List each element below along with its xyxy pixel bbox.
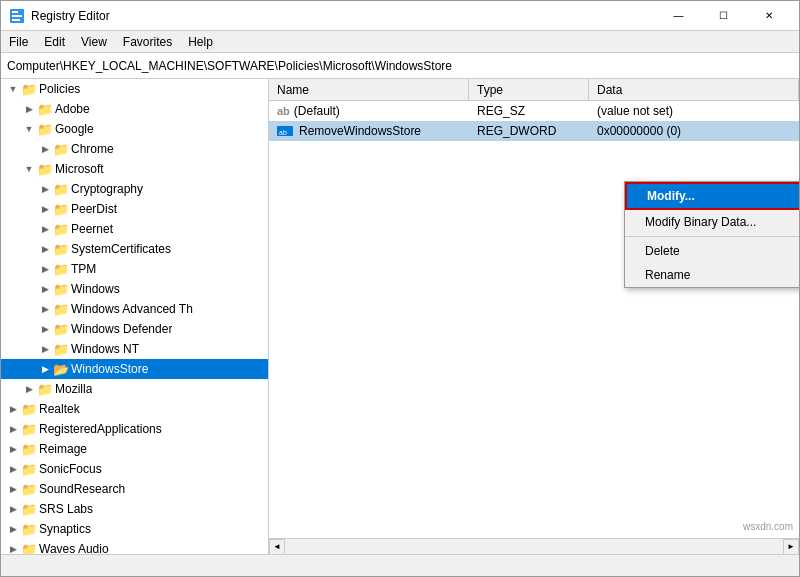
tree-label: Mozilla [55,382,92,396]
col-header-type[interactable]: Type [469,79,589,100]
registry-icon [9,8,25,24]
tree-label: SystemCertificates [71,242,171,256]
data-rows: ab (Default) REG_SZ (value not set) ab R… [269,101,799,538]
tree-item-sonicfocus[interactable]: ▶ 📁 SonicFocus [1,459,268,479]
address-bar: Computer\HKEY_LOCAL_MACHINE\SOFTWARE\Pol… [1,53,799,79]
tree-label: Peernet [71,222,113,236]
expand-icon: ▼ [21,124,37,134]
menu-help[interactable]: Help [180,33,221,51]
svg-rect-1 [12,11,18,13]
tree-label: SonicFocus [39,462,102,476]
tree-item-windows-ms[interactable]: ▶ 📁 Windows [1,279,268,299]
maximize-button[interactable]: ☐ [701,1,746,31]
col-header-name[interactable]: Name [269,79,469,100]
expand-icon: ▶ [21,104,37,114]
tree-item-synaptics[interactable]: ▶ 📁 Synaptics [1,519,268,539]
tree-label: SoundResearch [39,482,125,496]
column-headers: Name Type Data [269,79,799,101]
tree-label: PeerDist [71,202,117,216]
tree-item-google[interactable]: ▼ 📁 Google [1,119,268,139]
tree-item-wavesaudio[interactable]: ▶ 📁 Waves Audio [1,539,268,554]
expand-icon: ▶ [37,284,53,294]
scroll-track[interactable] [285,539,783,554]
tree-item-soundresearch[interactable]: ▶ 📁 SoundResearch [1,479,268,499]
tree-label: Adobe [55,102,90,116]
minimize-button[interactable]: — [656,1,701,31]
expand-icon: ▶ [37,144,53,154]
table-row[interactable]: ab (Default) REG_SZ (value not set) [269,101,799,121]
col-header-data[interactable]: Data [589,79,799,100]
ctx-modify[interactable]: Modify... [625,182,799,210]
expand-icon: ▼ [21,164,37,174]
cell-name: ab RemoveWindowsStore [269,124,469,138]
expand-icon: ▼ [5,84,21,94]
tree-item-srslabs[interactable]: ▶ 📁 SRS Labs [1,499,268,519]
tree-item-systemcertificates[interactable]: ▶ 📁 SystemCertificates [1,239,268,259]
tree-label: Waves Audio [39,542,109,554]
expand-icon: ▶ [5,464,21,474]
tree-label: Realtek [39,402,80,416]
address-path: Computer\HKEY_LOCAL_MACHINE\SOFTWARE\Pol… [7,59,452,73]
tree-label: Synaptics [39,522,91,536]
tree-item-reimage[interactable]: ▶ 📁 Reimage [1,439,268,459]
menu-favorites[interactable]: Favorites [115,33,180,51]
context-menu: Modify... Modify Binary Data... Delete R… [624,181,799,288]
cell-name: ab (Default) [269,104,469,118]
window-title: Registry Editor [31,9,110,23]
tree-item-mozilla[interactable]: ▶ 📁 Mozilla [1,379,268,399]
tree-item-realtek[interactable]: ▶ 📁 Realtek [1,399,268,419]
tree-item-cryptography[interactable]: ▶ 📁 Cryptography [1,179,268,199]
expand-icon: ▶ [5,424,21,434]
svg-rect-2 [12,15,22,17]
scroll-left-arrow[interactable]: ◄ [269,539,285,555]
tree-item-peerdist[interactable]: ▶ 📁 PeerDist [1,199,268,219]
svg-text:ab: ab [279,129,287,136]
ab-icon: ab [277,105,290,117]
tree-label: Google [55,122,94,136]
expand-icon: ▶ [5,444,21,454]
ctx-modify-binary[interactable]: Modify Binary Data... [625,210,799,234]
ctx-separator-1 [625,236,799,237]
table-row[interactable]: ab RemoveWindowsStore REG_DWORD 0x000000… [269,121,799,141]
tree-label: SRS Labs [39,502,93,516]
expand-icon: ▶ [37,204,53,214]
tree-label: Windows Advanced Th [71,302,193,316]
tree-item-tpm[interactable]: ▶ 📁 TPM [1,259,268,279]
tree-item-microsoft[interactable]: ▼ 📁 Microsoft [1,159,268,179]
scroll-right-arrow[interactable]: ► [783,539,799,555]
tree-item-windows-advanced[interactable]: ▶ 📁 Windows Advanced Th [1,299,268,319]
menu-view[interactable]: View [73,33,115,51]
tree-item-policies[interactable]: ▼ 📁 Policies [1,79,268,99]
tree-label: Windows [71,282,120,296]
close-button[interactable]: ✕ [746,1,791,31]
cell-type: REG_DWORD [469,124,589,138]
tree-item-registeredapps[interactable]: ▶ 📁 RegisteredApplications [1,419,268,439]
window-controls: — ☐ ✕ [656,1,791,31]
menu-edit[interactable]: Edit [36,33,73,51]
watermark: wsxdn.com [743,521,793,532]
ctx-rename[interactable]: Rename [625,263,799,287]
tree-item-peernet[interactable]: ▶ 📁 Peernet [1,219,268,239]
menu-file[interactable]: File [1,33,36,51]
tree-label: WindowsStore [71,362,148,376]
ctx-delete[interactable]: Delete [625,239,799,263]
cell-type: REG_SZ [469,104,589,118]
expand-icon: ▶ [37,184,53,194]
tree-item-windowsstore[interactable]: ▶ 📂 WindowsStore [1,359,268,379]
right-panel: Name Type Data ab (Default) REG_SZ (valu… [269,79,799,554]
tree-item-chrome[interactable]: ▶ 📁 Chrome [1,139,268,159]
tree-panel[interactable]: ▼ 📁 Policies ▶ 📁 Adobe ▼ 📁 Google ▶ 📁 Ch… [1,79,269,554]
tree-label: Windows NT [71,342,139,356]
tree-item-adobe[interactable]: ▶ 📁 Adobe [1,99,268,119]
tree-item-windows-nt[interactable]: ▶ 📁 Windows NT [1,339,268,359]
expand-icon: ▶ [37,264,53,274]
tree-label: Microsoft [55,162,104,176]
tree-item-windows-defender[interactable]: ▶ 📁 Windows Defender [1,319,268,339]
expand-icon: ▶ [37,344,53,354]
expand-icon: ▶ [37,364,53,374]
bottom-scrollbar[interactable]: ◄ ► [269,538,799,554]
expand-icon: ▶ [37,224,53,234]
menu-bar: File Edit View Favorites Help [1,31,799,53]
registry-editor-window: Registry Editor — ☐ ✕ File Edit View Fav… [0,0,800,577]
title-bar: Registry Editor — ☐ ✕ [1,1,799,31]
